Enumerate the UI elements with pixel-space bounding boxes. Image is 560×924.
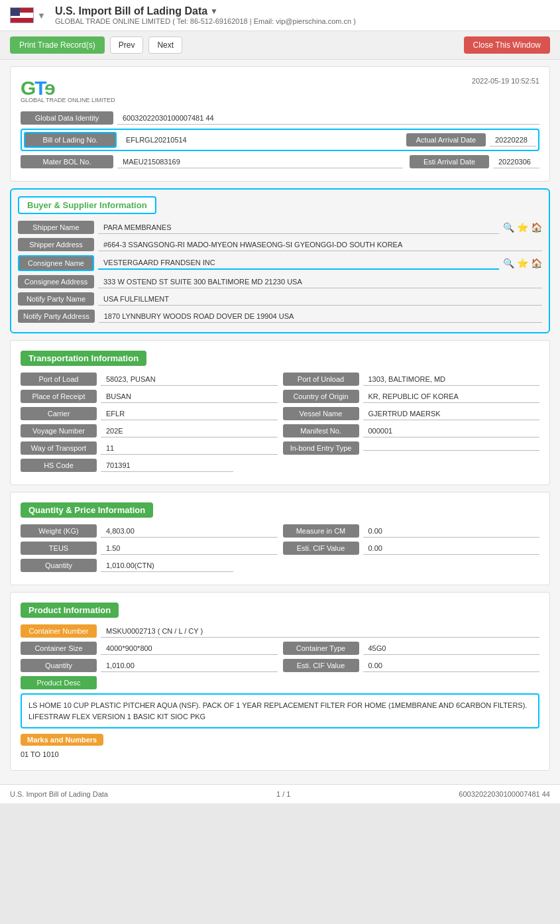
- carrier-label: Carrier: [21, 407, 97, 420]
- product-esti-cif-label: Esti. CIF Value: [283, 659, 359, 672]
- transportation-section: Transportation Information Port of Load …: [10, 340, 550, 485]
- arrival-date-value: 20220228: [490, 134, 536, 146]
- carrier-value: EFLR: [101, 408, 278, 420]
- product-quantity-field: Quantity 1,010.00: [21, 659, 278, 672]
- footer-left: U.S. Import Bill of Lading Data: [10, 790, 108, 798]
- measure-field: Measure in CM 0.00: [283, 524, 540, 538]
- inbond-label: In-bond Entry Type: [283, 441, 359, 455]
- timestamp: 2022-05-19 10:52:51: [472, 77, 539, 85]
- country-origin-label: Country of Origin: [283, 390, 359, 403]
- carrier-vessel-row: Carrier EFLR Vessel Name GJERTRUD MAERSK: [21, 407, 539, 420]
- product-quantity-value: 1,010.00: [101, 660, 278, 672]
- container-size-label: Container Size: [21, 642, 97, 655]
- way-transport-field: Way of Transport 11: [21, 441, 278, 455]
- consignee-address-row: Consignee Address 333 W OSTEND ST SUITE …: [18, 275, 542, 288]
- voyage-field: Voyage Number 202E: [21, 424, 278, 437]
- hs-code-row: HS Code 701391: [21, 459, 539, 472]
- print-button[interactable]: Print Trade Record(s): [10, 36, 105, 54]
- shipper-search-icon[interactable]: 🔍: [503, 222, 514, 233]
- weight-measure-row: Weight (KG) 4,803.00 Measure in CM 0.00: [21, 524, 539, 538]
- consignee-home-icon[interactable]: 🏠: [531, 258, 542, 268]
- manifest-value: 000001: [363, 425, 540, 437]
- teus-field: TEUS 1.50: [21, 542, 278, 555]
- voyage-label: Voyage Number: [21, 424, 97, 437]
- container-number-label: Container Number: [21, 624, 97, 638]
- bol-row: Bill of Lading No. EFLRGL20210514 Actual…: [21, 129, 539, 151]
- next-button[interactable]: Next: [148, 36, 182, 54]
- prev-button[interactable]: Prev: [110, 36, 144, 54]
- card-header: G T e GLOBAL TRADE ONLINE LIMITED 2022-0…: [21, 77, 539, 103]
- container-type-field: Container Type 45G0: [283, 642, 540, 655]
- product-desc-box: LS HOME 10 CUP PLASTIC PITCHER AQUA (NSF…: [21, 693, 539, 728]
- shipper-home-icon[interactable]: 🏠: [531, 222, 542, 233]
- logo-t: T: [34, 77, 45, 99]
- footer-right: 60032022030100007481 44: [459, 790, 550, 798]
- global-data-value: 60032022030100007481 44: [117, 112, 539, 125]
- quantity-value: 1,010.00(CTN): [101, 559, 233, 572]
- port-unload-value: 1303, BALTIMORE, MD: [363, 373, 540, 386]
- master-bol-row: Mater BOL No. MAEU215083169 Esti Arrival…: [21, 155, 539, 168]
- flag-icon: [10, 7, 34, 23]
- transportation-title: Transportation Information: [21, 351, 146, 366]
- product-quantity-label: Quantity: [21, 659, 97, 672]
- bol-label: Bill of Lading No.: [24, 132, 117, 148]
- country-origin-field: Country of Origin KR, REPUBLIC OF KOREA: [283, 390, 540, 403]
- consignee-search-icon[interactable]: 🔍: [503, 258, 514, 268]
- dropdown-arrow[interactable]: ▼: [37, 11, 46, 21]
- notify-address-row: Notify Party Address 1870 LYNNBURY WOODS…: [18, 310, 542, 323]
- main-content: G T e GLOBAL TRADE ONLINE LIMITED 2022-0…: [0, 60, 560, 784]
- vessel-name-value: GJERTRUD MAERSK: [363, 408, 540, 420]
- container-size-field: Container Size 4000*900*800: [21, 642, 278, 655]
- logo: G T e: [21, 77, 115, 99]
- shipper-actions: 🔍 ⭐ 🏠: [503, 222, 542, 233]
- logo-o: e: [46, 77, 56, 99]
- container-size-value: 4000*900*800: [101, 642, 278, 655]
- record-card: G T e GLOBAL TRADE ONLINE LIMITED 2022-0…: [10, 66, 550, 182]
- global-data-label: Global Data Identity: [21, 111, 113, 125]
- notify-party-value: USA FULFILLMENT: [98, 293, 542, 306]
- logo-subtitle: GLOBAL TRADE ONLINE LIMITED: [21, 97, 115, 103]
- footer-center: 1 / 1: [276, 790, 290, 798]
- title-dropdown-icon[interactable]: ▼: [210, 7, 218, 16]
- esti-cif-value: 0.00: [363, 542, 540, 555]
- hs-code-value: 701391: [101, 459, 233, 472]
- product-esti-cif-field: Esti. CIF Value 0.00: [283, 659, 540, 672]
- logo-area: G T e GLOBAL TRADE ONLINE LIMITED: [21, 77, 115, 103]
- toolbar: Print Trade Record(s) Prev Next Close Th…: [0, 31, 560, 60]
- inbond-value: [363, 446, 540, 451]
- header-subtitle: GLOBAL TRADE ONLINE LIMITED ( Tel: 86-51…: [55, 17, 356, 25]
- receipt-origin-row: Place of Receipt BUSAN Country of Origin…: [21, 390, 539, 403]
- product-desc-value: LS HOME 10 CUP PLASTIC PITCHER AQUA (NSF…: [28, 701, 527, 721]
- notify-party-row: Notify Party Name USA FULFILLMENT: [18, 292, 542, 306]
- master-bol-label: Mater BOL No.: [21, 155, 113, 168]
- voyage-manifest-row: Voyage Number 202E Manifest No. 000001: [21, 424, 539, 437]
- container-type-value: 45G0: [363, 642, 540, 655]
- notify-address-value: 1870 LYNNBURY WOODS ROAD DOVER DE 19904 …: [99, 310, 542, 323]
- hs-code-label: HS Code: [21, 459, 97, 472]
- carrier-field: Carrier EFLR: [21, 407, 278, 420]
- consignee-name-row: Consignee Name VESTERGAARD FRANDSEN INC …: [18, 255, 542, 271]
- shipper-name-row: Shipper Name PARA MEMBRANES 🔍 ⭐ 🏠: [18, 221, 542, 234]
- way-transport-value: 11: [101, 442, 278, 455]
- product-desc-label: Product Desc: [21, 676, 97, 689]
- footer-bar: U.S. Import Bill of Lading Data 1 / 1 60…: [0, 784, 560, 803]
- notify-party-label: Notify Party Name: [18, 292, 94, 306]
- measure-label: Measure in CM: [283, 524, 359, 538]
- shipper-star-icon[interactable]: ⭐: [517, 222, 528, 233]
- place-receipt-label: Place of Receipt: [21, 390, 97, 403]
- place-receipt-field: Place of Receipt BUSAN: [21, 390, 278, 403]
- shipper-address-row: Shipper Address #664-3 SSANGSONG-RI MADO…: [18, 238, 542, 251]
- product-esti-cif-value: 0.00: [363, 660, 540, 672]
- consignee-actions: 🔍 ⭐ 🏠: [503, 258, 542, 268]
- esti-cif-field: Esti. CIF Value 0.00: [283, 542, 540, 555]
- weight-value: 4,803.00: [101, 525, 278, 538]
- consignee-name-value: VESTERGAARD FRANDSEN INC: [98, 257, 499, 270]
- quantity-price-title: Quantity & Price Information: [21, 502, 153, 518]
- close-window-button[interactable]: Close This Window: [464, 36, 550, 54]
- consignee-star-icon[interactable]: ⭐: [517, 258, 528, 268]
- container-size-type-row: Container Size 4000*900*800 Container Ty…: [21, 642, 539, 655]
- place-receipt-value: BUSAN: [101, 390, 278, 403]
- shipper-address-label: Shipper Address: [18, 238, 94, 251]
- weight-label: Weight (KG): [21, 524, 97, 538]
- container-type-label: Container Type: [283, 642, 359, 655]
